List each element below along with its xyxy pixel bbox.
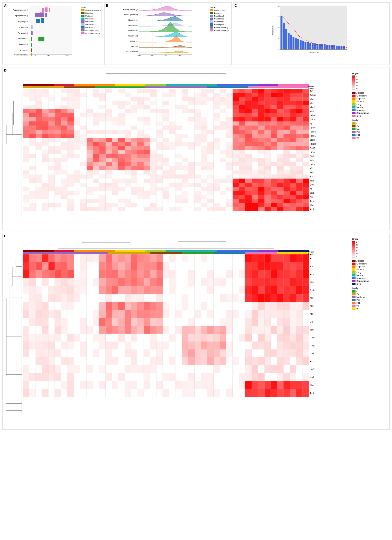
heatmap-cell: [163, 254, 169, 262]
heatmap-cell: [296, 105, 302, 109]
heatmap-cell: [163, 170, 169, 174]
heatmap-cell: [23, 294, 29, 302]
heatmap-cell: [150, 199, 156, 203]
heatmap-cell: [67, 183, 74, 187]
d-study-label-met: Met: [356, 128, 360, 130]
heatmap-cell: [118, 365, 125, 373]
heatmap-cell: [106, 97, 112, 101]
heatmap-cell: [48, 93, 55, 97]
heatmap-cell: [125, 138, 131, 142]
heatmap-cell: [118, 126, 125, 130]
heatmap-cell: [55, 254, 61, 262]
heatmap-cell: [125, 105, 131, 109]
e-label-imm: Immune: [356, 268, 364, 271]
heatmap-cell: [112, 174, 118, 179]
heatmap-cell: [265, 278, 271, 286]
heatmap-cell: [112, 113, 118, 117]
heatmap-cell: [175, 195, 182, 199]
heatmap-cell: [106, 93, 112, 97]
heatmap-cell: [239, 158, 245, 162]
heatmap-cell: [188, 117, 194, 121]
heatmap-cell: [277, 89, 283, 93]
heatmap-cell: [220, 302, 226, 310]
heatmap-cell: [195, 158, 201, 162]
heatmap-cell: [125, 195, 131, 199]
heatmap-cell: [48, 199, 55, 203]
heatmap-cell: [303, 89, 309, 93]
heatmap-cell: [87, 278, 93, 286]
heatmap-cell: [296, 113, 302, 117]
heatmap-cell: [201, 138, 207, 142]
heatmap-cell: [239, 270, 245, 278]
heatmap-cell: [233, 146, 239, 150]
heatmap-cell: [36, 199, 42, 203]
heatmap-cell: [99, 154, 106, 158]
heatmap-cell: [87, 146, 93, 150]
heatmap-cell: [233, 187, 239, 191]
heatmap-cell: [144, 113, 150, 117]
heatmap-cell: [258, 146, 264, 150]
panel-e-main: Organ Study JunFosJundAtf3FosbAtf2Atf6At…: [23, 238, 350, 428]
heatmap-cell: [271, 373, 277, 381]
heatmap-cell: [303, 373, 309, 381]
heatmap-cell: [296, 349, 302, 357]
heatmap-cell: [188, 203, 194, 207]
heatmap-cell: [195, 318, 201, 326]
heatmap-cell: [55, 121, 61, 126]
heatmap-cell: [201, 286, 207, 294]
heatmap-cell: [144, 150, 150, 154]
panel-e-legend: Organ 1 0.8 0.6 0.4 0.2 0 Adipose Circul…: [350, 238, 388, 428]
heatmap-cell: [29, 195, 36, 199]
heatmap-cell: [296, 158, 302, 162]
heatmap-cell: [290, 117, 296, 121]
heatmap-cell: [55, 357, 61, 365]
heatmap-cell: [245, 207, 252, 211]
e-color-dig: [352, 265, 356, 268]
heatmap-d-container: JunCebpbKlf4Ybx1Nfkb1ArntlCebpdMef2cSp1P…: [23, 89, 350, 211]
heatmap-cell: [29, 170, 36, 174]
heatmap-cell: [296, 262, 302, 270]
heatmap-cell: [201, 262, 207, 270]
heatmap-cell: [277, 146, 283, 150]
heatmap-e-gene-label: Jun: [309, 254, 323, 262]
heatmap-cell: [277, 179, 283, 183]
heatmap-cell: [99, 342, 106, 349]
heatmap-d-row: [23, 195, 309, 199]
heatmap-cell: [93, 109, 99, 113]
organ-seg-3: [74, 84, 115, 86]
heatmap-cell: [67, 126, 74, 130]
heatmap-cell: [112, 89, 118, 93]
heatmap-cell: [188, 93, 194, 97]
heatmap-cell: [144, 207, 150, 211]
heatmap-cell: [188, 138, 194, 142]
heatmap-d-gene-label: Hes1: [309, 170, 323, 174]
d-color-imm: [352, 100, 356, 103]
d-study-par: Par: [352, 131, 388, 133]
heatmap-cell: [169, 270, 175, 278]
heatmap-cell: [169, 278, 175, 286]
heatmap-cell: [252, 183, 258, 187]
heatmap-cell: [93, 357, 99, 365]
heatmap-cell: [265, 126, 271, 130]
heatmap-cell: [271, 113, 277, 117]
heatmap-cell: [226, 130, 233, 134]
heatmap-d-gene-label: Mef2c: [309, 117, 323, 121]
heatmap-cell: [245, 199, 252, 203]
heatmap-cell: [23, 170, 29, 174]
heatmap-cell: [112, 262, 118, 270]
heatmap-cell: [74, 142, 80, 146]
heatmap-cell: [61, 318, 67, 326]
heatmap-cell: [220, 342, 226, 349]
heatmap-cell: [290, 302, 296, 310]
heatmap-cell: [296, 117, 302, 121]
heatmap-d-row-labels: JunCebpbKlf4Ybx1Nfkb1ArntlCebpdMef2cSp1P…: [309, 89, 323, 211]
heatmap-cell: [61, 334, 67, 342]
heatmap-cell: [80, 389, 86, 397]
heatmap-cell: [290, 138, 296, 142]
heatmap-cell: [118, 207, 125, 211]
heatmap-e-row: [23, 254, 309, 262]
heatmap-cell: [144, 203, 150, 207]
heatmap-cell: [48, 170, 55, 174]
heatmap-cell: [93, 134, 99, 138]
heatmap-cell: [36, 121, 42, 126]
